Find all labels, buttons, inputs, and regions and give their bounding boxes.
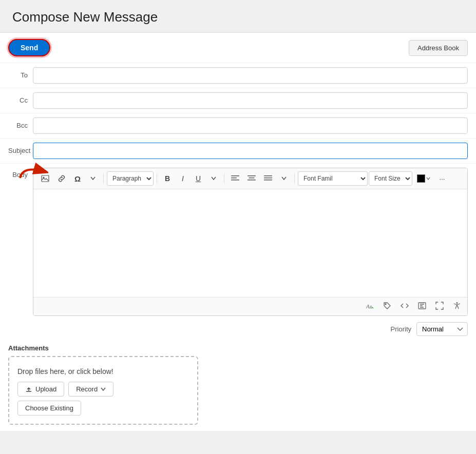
svg-rect-10	[264, 177, 272, 179]
to-label: To	[8, 67, 33, 79]
accessibility-button[interactable]	[451, 301, 463, 312]
svg-rect-5	[231, 180, 239, 181]
more-options-button[interactable]: ···	[435, 171, 449, 186]
svg-rect-11	[264, 180, 272, 181]
font-size-dropdown[interactable]: Font Size 8 10 12 14 16 18 24	[369, 171, 412, 186]
toolbar-row: Send Address Book	[0, 33, 476, 63]
align-justify-icon	[264, 175, 272, 182]
attachments-label: Attachments	[8, 344, 468, 352]
attachment-buttons: Upload Record	[17, 382, 189, 397]
insert-link-button[interactable]	[54, 171, 69, 186]
align-left-icon	[231, 175, 239, 182]
spell-check-icon: Az	[366, 302, 374, 310]
align-center-button[interactable]	[244, 171, 259, 186]
code-button[interactable]	[398, 301, 411, 312]
more-format-button[interactable]	[206, 171, 221, 186]
source-icon	[418, 302, 426, 310]
more-align-button[interactable]	[277, 171, 291, 186]
to-field-row: To	[0, 63, 476, 88]
chevron-down-icon-4	[426, 177, 430, 180]
bcc-label: Bcc	[8, 117, 33, 129]
upload-label: Upload	[35, 385, 56, 393]
omega-icon: Ω	[74, 174, 81, 183]
upload-icon	[25, 386, 32, 393]
tag-button[interactable]	[381, 301, 393, 312]
insert-special-char-button[interactable]: Ω	[70, 171, 85, 186]
drop-zone[interactable]: Drop files here, or click below! Upload …	[8, 356, 198, 425]
separator-2	[157, 173, 157, 184]
italic-icon: I	[182, 174, 184, 183]
separator-1	[103, 173, 104, 184]
page-header: Compose New Message	[0, 0, 476, 33]
color-swatch	[417, 174, 425, 183]
page-title: Compose New Message	[12, 9, 464, 25]
paragraph-dropdown[interactable]: Paragraph Heading 1 Heading 2	[107, 171, 154, 186]
svg-rect-4	[231, 177, 237, 179]
bold-icon: B	[165, 174, 170, 183]
bold-button[interactable]: B	[160, 171, 175, 186]
fullscreen-button[interactable]	[433, 301, 446, 312]
align-justify-button[interactable]	[260, 171, 276, 186]
chevron-down-icon-3	[281, 176, 287, 181]
priority-select[interactable]: Normal High Low	[416, 322, 468, 336]
cc-label: Cc	[8, 92, 33, 104]
record-button[interactable]: Record	[68, 382, 113, 397]
svg-text:Az: Az	[366, 303, 372, 309]
svg-rect-9	[264, 175, 272, 176]
link-icon	[58, 174, 66, 183]
accessibility-icon	[453, 302, 461, 310]
tag-icon	[383, 302, 391, 310]
send-button[interactable]: Send	[8, 39, 50, 56]
more-insert-button[interactable]	[86, 171, 100, 186]
priority-row: Priority Normal High Low	[0, 316, 476, 338]
separator-4	[294, 173, 295, 184]
to-input[interactable]	[33, 67, 468, 84]
chevron-down-icon	[90, 176, 96, 181]
text-color-button[interactable]	[413, 171, 434, 186]
editor-toolbar: Ω Paragraph Heading 1 Heading 2 B I	[33, 168, 467, 189]
drop-zone-text: Drop files here, or click below!	[17, 367, 189, 376]
underline-button[interactable]: U	[191, 171, 205, 186]
fullscreen-icon	[435, 302, 444, 310]
svg-rect-6	[247, 175, 256, 176]
editor-footer: Az	[33, 297, 467, 315]
underline-icon: U	[196, 174, 201, 183]
subject-field-row: Subject	[0, 139, 476, 164]
cc-input[interactable]	[33, 92, 468, 109]
align-center-icon	[247, 175, 256, 182]
bcc-input[interactable]	[33, 117, 468, 134]
svg-rect-3	[231, 175, 239, 176]
priority-label: Priority	[391, 325, 411, 333]
editor-wrapper: Ω Paragraph Heading 1 Heading 2 B I	[33, 168, 468, 316]
body-row: Body	[0, 164, 476, 316]
svg-rect-8	[247, 180, 256, 181]
address-book-button[interactable]: Address Book	[409, 40, 468, 56]
font-family-dropdown[interactable]: Font Famil Arial Times New Roman Courier…	[298, 171, 368, 186]
subject-label: Subject	[8, 143, 33, 154]
align-left-button[interactable]	[227, 171, 243, 186]
source-button[interactable]	[416, 301, 428, 312]
subject-input[interactable]	[33, 143, 468, 159]
svg-point-15	[456, 302, 458, 304]
upload-button[interactable]: Upload	[17, 382, 64, 397]
ellipsis-icon: ···	[440, 175, 445, 183]
chevron-down-icon-2	[211, 176, 216, 181]
choose-existing-button[interactable]: Choose Existing	[17, 401, 81, 416]
body-editor[interactable]	[33, 189, 467, 297]
record-label: Record	[76, 385, 98, 393]
svg-point-13	[385, 304, 386, 305]
spell-check-button[interactable]: Az	[364, 301, 376, 312]
code-icon	[401, 302, 409, 310]
chevron-down-icon-5	[101, 387, 106, 391]
bcc-field-row: Bcc	[0, 113, 476, 139]
separator-3	[224, 173, 224, 184]
body-label-container: Body	[8, 168, 33, 179]
cc-field-row: Cc	[0, 88, 476, 113]
attachments-section: Attachments Drop files here, or click be…	[0, 338, 476, 431]
italic-button[interactable]: I	[176, 171, 190, 186]
compose-container: Send Address Book To Cc Bcc Subject Body	[0, 33, 476, 431]
arrow-indicator	[17, 163, 48, 181]
svg-rect-7	[249, 177, 255, 179]
